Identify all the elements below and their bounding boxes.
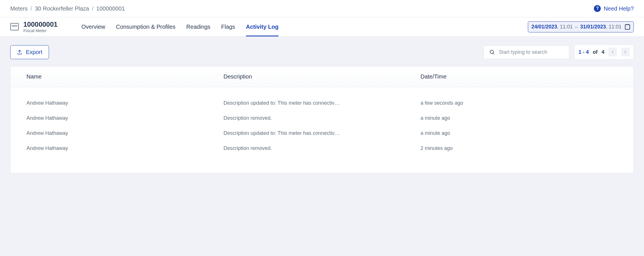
- breadcrumb-separator: /: [30, 5, 32, 12]
- table-row[interactable]: Andrew Hathaway Description removed. a m…: [26, 111, 618, 126]
- help-icon: ?: [594, 5, 601, 12]
- cell-name: Andrew Hathaway: [26, 100, 223, 106]
- cell-name: Andrew Hathaway: [26, 145, 223, 151]
- table-row[interactable]: Andrew Hathaway Description removed. 2 m…: [26, 141, 618, 156]
- cell-datetime: a few seconds ago: [421, 100, 618, 106]
- tab-overview[interactable]: Overview: [81, 17, 105, 36]
- meter-block: 100000001 Fiscal Meter: [10, 21, 73, 33]
- search-input[interactable]: [499, 49, 565, 55]
- tab-consumption-profiles[interactable]: Consumption & Profiles: [116, 17, 175, 36]
- pagination-of: of: [593, 49, 598, 55]
- export-icon: [17, 49, 22, 55]
- breadcrumbs: Meters / 30 Rockerfeller Plaza / 1000000…: [10, 5, 125, 12]
- header-row: 100000001 Fiscal Meter Overview Consumpt…: [0, 17, 644, 37]
- table-body: Andrew Hathaway Description updated to: …: [11, 87, 633, 173]
- cell-datetime: a minute ago: [421, 115, 618, 121]
- search-box[interactable]: [484, 46, 569, 59]
- time-to: 11:01: [609, 24, 622, 30]
- top-bar: Meters / 30 Rockerfeller Plaza / 1000000…: [0, 0, 644, 17]
- pagination-next-button[interactable]: [621, 48, 629, 56]
- pagination-range: 1 - 4: [579, 49, 589, 55]
- cell-description: Description updated to: This meter has c…: [223, 100, 421, 106]
- help-label: Need Help?: [604, 5, 634, 12]
- svg-line-2: [493, 53, 494, 54]
- breadcrumb-current: 100000001: [96, 5, 125, 12]
- help-link[interactable]: ? Need Help?: [594, 5, 634, 12]
- column-name[interactable]: Name: [26, 73, 223, 80]
- search-icon: [489, 49, 495, 55]
- right-tools: 1 - 4 of 4: [484, 45, 634, 59]
- date-to: 31/01/2023: [580, 24, 606, 30]
- meter-title: 100000001: [23, 21, 58, 28]
- export-button[interactable]: Export: [10, 45, 49, 59]
- cell-datetime: a minute ago: [421, 130, 618, 136]
- cell-description: Description removed.: [223, 115, 421, 121]
- cell-description: Description removed.: [223, 145, 421, 151]
- column-datetime[interactable]: Date/Time: [421, 73, 618, 80]
- date-range-picker[interactable]: 24/01/2023, 11:01 – 31/01/2023, 11:01: [528, 21, 634, 32]
- table-row[interactable]: Andrew Hathaway Description updated to: …: [26, 126, 618, 141]
- tab-activity-log[interactable]: Activity Log: [246, 17, 278, 36]
- tab-readings[interactable]: Readings: [186, 17, 210, 36]
- svg-point-1: [490, 50, 493, 53]
- meter-subtitle: Fiscal Meter: [23, 28, 58, 33]
- breadcrumb-separator: /: [92, 5, 94, 12]
- breadcrumb-meters[interactable]: Meters: [10, 5, 28, 12]
- column-description[interactable]: Description: [223, 73, 421, 80]
- meter-icon: [10, 23, 19, 30]
- table-header: Name Description Date/Time: [11, 67, 633, 87]
- table-row[interactable]: Andrew Hathaway Description updated to: …: [26, 96, 618, 111]
- export-label: Export: [26, 49, 42, 55]
- cell-description: Description updated to: This meter has c…: [223, 130, 421, 136]
- date-range-separator: –: [575, 24, 578, 30]
- calendar-icon: [625, 24, 630, 30]
- cell-datetime: 2 minutes ago: [421, 145, 618, 151]
- breadcrumb-location[interactable]: 30 Rockerfeller Plaza: [35, 5, 89, 12]
- content: Export 1 - 4 of 4: [0, 37, 644, 181]
- time-from: ,: [557, 24, 560, 30]
- pagination-prev-button[interactable]: [608, 48, 617, 56]
- tabs: Overview Consumption & Profiles Readings…: [81, 17, 519, 36]
- tab-flags[interactable]: Flags: [221, 17, 235, 36]
- cell-name: Andrew Hathaway: [26, 115, 223, 121]
- date-from: 24/01/2023: [532, 24, 557, 30]
- toolbar: Export 1 - 4 of 4: [10, 45, 634, 59]
- pagination-total: 4: [602, 49, 604, 55]
- cell-name: Andrew Hathaway: [26, 130, 223, 136]
- pagination: 1 - 4 of 4: [574, 45, 634, 59]
- activity-log-table: Name Description Date/Time Andrew Hathaw…: [10, 66, 634, 173]
